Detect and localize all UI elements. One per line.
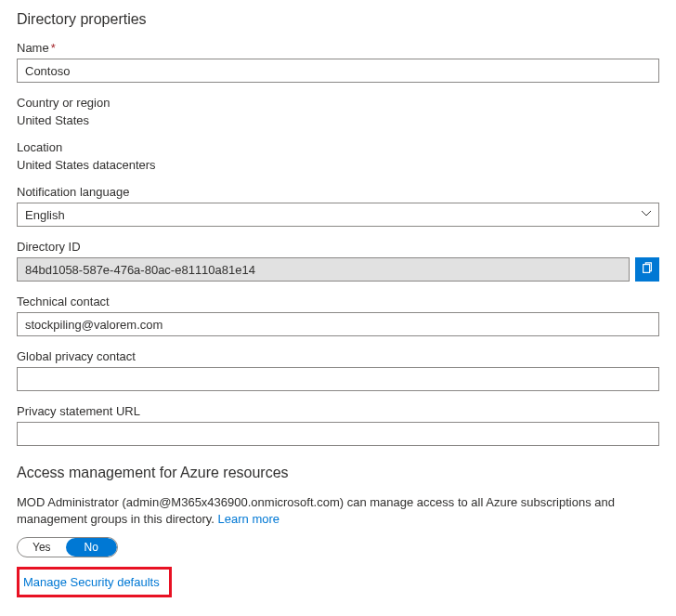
value-location: United States datacenters — [17, 158, 659, 172]
label-name: Name* — [17, 41, 659, 55]
notification-language-select[interactable]: English — [17, 203, 659, 227]
field-directory-id: Directory ID — [17, 240, 659, 282]
highlight-box: Manage Security defaults — [17, 567, 172, 597]
field-location: Location United States datacenters — [17, 140, 659, 172]
field-global-privacy-contact: Global privacy contact — [17, 349, 659, 391]
toggle-no[interactable]: No — [66, 538, 117, 557]
label-country: Country or region — [17, 96, 659, 110]
toggle-yes[interactable]: Yes — [18, 538, 66, 557]
access-management-description: MOD Administrator (admin@M365x436900.onm… — [17, 494, 659, 528]
svg-rect-0 — [644, 264, 650, 272]
label-technical-contact: Technical contact — [17, 295, 659, 308]
manage-security-defaults-link[interactable]: Manage Security defaults — [23, 575, 160, 589]
privacy-statement-url-input[interactable] — [17, 422, 659, 446]
label-global-privacy-contact: Global privacy contact — [17, 349, 659, 363]
notification-language-value: English — [25, 208, 65, 222]
copy-button[interactable] — [635, 257, 659, 282]
field-privacy-statement-url: Privacy statement URL — [17, 404, 659, 446]
label-directory-id: Directory ID — [17, 240, 659, 254]
field-country: Country or region United States — [17, 96, 659, 127]
copy-icon — [641, 262, 654, 278]
access-management-toggle[interactable]: Yes No — [17, 537, 118, 557]
label-privacy-statement-url: Privacy statement URL — [17, 404, 659, 418]
value-country: United States — [17, 113, 659, 127]
label-location: Location — [17, 140, 659, 154]
label-name-text: Name — [17, 41, 49, 55]
field-name: Name* — [17, 41, 659, 83]
access-management-desc-text: MOD Administrator (admin@M365x436900.onm… — [17, 495, 615, 526]
section-title-directory-properties: Directory properties — [17, 11, 659, 28]
section-title-access-management: Access management for Azure resources — [17, 465, 659, 481]
directory-id-input[interactable] — [17, 257, 630, 282]
field-technical-contact: Technical contact — [17, 295, 659, 336]
learn-more-link[interactable]: Learn more — [218, 512, 280, 526]
required-asterisk: * — [51, 41, 56, 55]
name-input[interactable] — [17, 59, 659, 83]
global-privacy-contact-input[interactable] — [17, 367, 659, 391]
field-notification-language: Notification language English — [17, 185, 659, 227]
technical-contact-input[interactable] — [17, 312, 659, 336]
label-notification-language: Notification language — [17, 185, 659, 199]
